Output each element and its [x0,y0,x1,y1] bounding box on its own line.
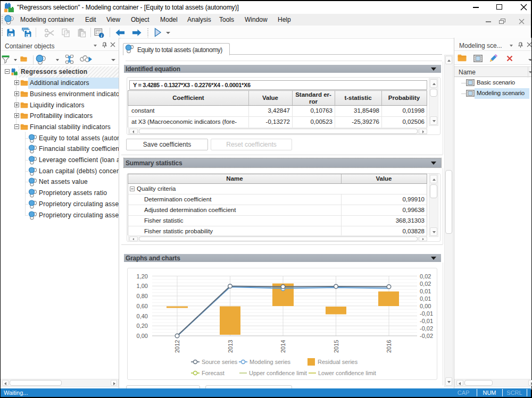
svg-text:Lower confidence limit: Lower confidence limit [318,370,376,376]
svg-text:0,02: 0,02 [420,281,431,287]
svg-text:-0,01: -0,01 [420,318,433,324]
svg-text:1,00: 1,00 [137,283,148,289]
svg-text:Residual series: Residual series [318,359,358,365]
svg-text:0,02: 0,02 [420,273,431,280]
svg-text:0,20: 0,20 [137,323,148,329]
svg-text:2014: 2014 [280,340,286,353]
svg-text:0,80: 0,80 [137,293,148,299]
svg-text:Forecast: Forecast [202,370,225,376]
svg-text:-0,02: -0,02 [420,325,433,332]
svg-text:0,01: 0,01 [420,288,431,294]
svg-text:0,01: 0,01 [420,295,431,302]
svg-text:2015: 2015 [333,340,339,353]
svg-text:Source series: Source series [202,359,238,365]
svg-text:1,20: 1,20 [137,273,148,280]
svg-text:2012: 2012 [174,340,180,353]
svg-text:-0,01: -0,01 [420,310,433,317]
svg-text:0,00: 0,00 [420,303,431,309]
svg-text:0,60: 0,60 [137,303,148,309]
svg-text:0,00: 0,00 [137,333,148,339]
svg-text:Modeling series: Modeling series [250,359,291,365]
svg-text:0,40: 0,40 [137,313,148,319]
svg-text:2016: 2016 [386,340,392,353]
svg-text:2013: 2013 [227,340,234,353]
svg-text:-0,02: -0,02 [420,333,433,339]
svg-text:Upper confidence limit: Upper confidence limit [249,370,307,376]
